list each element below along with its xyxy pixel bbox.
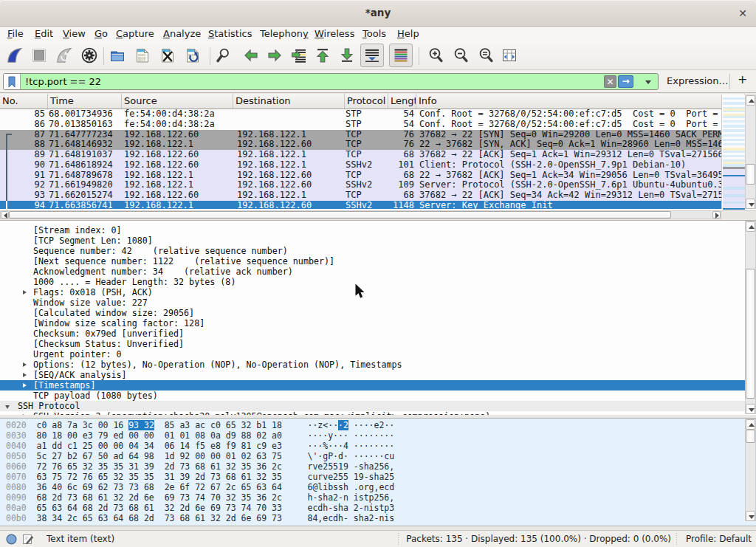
hex-row-0050[interactable]: 0050 5c 27 b2 67 50 ad 64 98 1d 92 00 00… xyxy=(6,451,394,461)
packet-row-85[interactable]: 8568.001734936fe:54:00:d4:38:2aSTP54Conf… xyxy=(0,109,721,120)
detail-row[interactable]: [Timestamps] xyxy=(0,380,745,391)
zoom-out-button[interactable] xyxy=(452,47,470,64)
menu-view[interactable]: View xyxy=(56,27,92,41)
packet-list-scrollbar-up-button[interactable] xyxy=(746,95,755,106)
column-header-no[interactable]: No. xyxy=(0,94,48,109)
packet-row-91[interactable]: 9171.648789678192.168.122.1192.168.122.6… xyxy=(0,171,721,181)
expand-icon[interactable] xyxy=(23,373,27,377)
menu-tools[interactable]: Tools xyxy=(356,27,393,41)
display-filter-field[interactable]: !tcp.port == 22 ✕ → xyxy=(3,73,659,90)
detail-row[interactable]: Sequence number: 42 (relative sequence n… xyxy=(0,246,745,256)
packet-list-hscrollbar[interactable] xyxy=(0,210,721,219)
detail-row[interactable]: [Calculated window size: 29056] xyxy=(0,308,745,318)
hex-scrollbar-thumb[interactable] xyxy=(746,430,755,443)
zoom-normal-button[interactable] xyxy=(477,47,495,64)
menu-capture[interactable]: Capture xyxy=(109,27,161,41)
hex-scrollbar[interactable] xyxy=(745,419,756,521)
hex-row-00a0[interactable]: 00a0 65 63 64 68 2d 73 68 61 32 2d 6e 69… xyxy=(6,503,394,513)
column-header-time[interactable]: Time xyxy=(48,94,122,109)
go-back-button[interactable] xyxy=(242,47,260,64)
menu-telephony[interactable]: Telephony xyxy=(253,27,315,41)
packet-row-89[interactable]: 8971.648191037192.168.122.60192.168.122.… xyxy=(0,150,721,160)
detail-row[interactable]: [TCP Segment Len: 1080] xyxy=(0,235,745,246)
packet-row-94[interactable]: 9471.663856741192.168.122.1192.168.122.6… xyxy=(0,201,721,209)
column-header-source[interactable]: Source xyxy=(122,94,233,109)
go-first-button[interactable] xyxy=(314,47,331,64)
menu-file[interactable]: File xyxy=(1,27,30,41)
detail-row[interactable]: Urgent pointer: 0 xyxy=(0,349,745,359)
expand-icon[interactable] xyxy=(23,290,27,295)
reload-file-button[interactable]: 0101011 xyxy=(184,47,202,64)
detail-row[interactable]: [Stream index: 0] xyxy=(0,225,745,235)
auto-scroll-button[interactable] xyxy=(363,47,381,64)
detail-row[interactable]: [Next sequence number: 1122 (relative se… xyxy=(0,256,745,266)
filter-input[interactable]: !tcp.port == 22 xyxy=(25,76,101,87)
close-icon[interactable]: ✕ xyxy=(735,6,750,21)
start-capture-button[interactable] xyxy=(6,47,24,64)
detail-scrollbar-up-button[interactable] xyxy=(746,221,755,232)
hex-row-0060[interactable]: 0060 72 76 65 32 35 35 31 39 2d 73 68 61… xyxy=(6,461,394,472)
capture-comment-icon[interactable] xyxy=(22,533,34,545)
go-to-packet-button[interactable] xyxy=(290,47,308,64)
detail-row[interactable]: [Window size scaling factor: 128] xyxy=(0,318,745,328)
detail-row[interactable]: Options: (12 bytes), No-Operation (NOP),… xyxy=(0,359,745,370)
packet-row-90[interactable]: 9071.648618924192.168.122.60192.168.122.… xyxy=(0,160,721,171)
packet-row-92[interactable]: 9271.661949820192.168.122.1192.168.122.6… xyxy=(0,180,721,190)
menu-analyze[interactable]: Analyze xyxy=(157,27,207,41)
detail-row[interactable]: [Checksum Status: Unverified] xyxy=(0,339,745,349)
menu-help[interactable]: Help xyxy=(391,27,426,41)
hscroll-thumb[interactable] xyxy=(9,211,671,219)
add-filter-button[interactable]: + xyxy=(738,72,747,86)
detail-row[interactable]: 1000 .... = Header Length: 32 bytes (8) xyxy=(0,277,745,287)
close-file-button[interactable] xyxy=(159,47,176,64)
detail-row[interactable]: TCP payload (1080 bytes) xyxy=(0,391,745,401)
find-packet-button[interactable] xyxy=(214,47,232,64)
filter-apply-icon[interactable]: → xyxy=(618,75,633,88)
restart-capture-button[interactable] xyxy=(55,47,73,64)
hex-row-00b0[interactable]: 00b0 38 34 2c 65 63 64 68 2d 73 68 61 32… xyxy=(6,513,394,523)
menu-statistics[interactable]: Statistics xyxy=(202,27,258,41)
detail-row[interactable]: Acknowledgment number: 34 (relative ack … xyxy=(0,266,745,277)
detail-scrollbar[interactable] xyxy=(745,221,756,414)
menu-wireless[interactable]: Wireless xyxy=(308,27,361,41)
packet-row-87[interactable]: 8771.647777234192.168.122.60192.168.122.… xyxy=(0,130,721,140)
hex-scrollbar-down-button[interactable] xyxy=(746,511,755,521)
stop-capture-button[interactable] xyxy=(30,47,48,64)
filter-bookmark-button[interactable] xyxy=(4,74,21,89)
packet-row-86[interactable]: 8670.013850163fe:54:00:d4:38:2aSTP54Conf… xyxy=(0,120,721,130)
detail-row[interactable]: Flags: 0x018 (PSH, ACK) xyxy=(0,287,745,297)
zoom-in-button[interactable] xyxy=(427,47,444,64)
collapse-icon[interactable] xyxy=(5,405,10,409)
expand-icon[interactable] xyxy=(23,362,27,367)
capture-options-button[interactable] xyxy=(80,47,98,64)
packet-list-minimap[interactable] xyxy=(721,94,745,209)
packet-row-88[interactable]: 8871.648146932192.168.122.1192.168.122.6… xyxy=(0,140,721,150)
hex-row-0090[interactable]: 0090 68 2d 73 68 61 32 2d 6e 69 73 74 70… xyxy=(6,492,394,503)
hex-row-0080[interactable]: 0080 36 40 6c 69 62 73 73 68 2e 6f 72 67… xyxy=(6,482,394,492)
expand-icon[interactable] xyxy=(23,383,27,388)
hex-row-0070[interactable]: 0070 63 75 72 76 65 32 35 35 31 39 2d 73… xyxy=(6,472,394,482)
expression-button[interactable]: Expression… xyxy=(667,75,729,86)
hex-row-0030[interactable]: 0030 80 18 00 e3 79 ed 00 00 01 01 08 0a… xyxy=(6,430,394,441)
hscroll-left-button[interactable] xyxy=(1,211,9,219)
hscroll-right-button[interactable] xyxy=(712,211,721,219)
filter-clear-icon[interactable]: ✕ xyxy=(604,75,616,88)
save-file-button[interactable]: 010101100111 xyxy=(134,47,151,64)
detail-row[interactable]: Checksum: 0x79ed [unverified] xyxy=(0,328,745,339)
filter-dropdown-icon[interactable] xyxy=(645,80,651,84)
detail-row[interactable]: SSH Protocol xyxy=(0,401,745,411)
status-profile[interactable]: Profile: Default xyxy=(686,534,752,544)
menu-edit[interactable]: Edit xyxy=(28,27,60,41)
hex-scrollbar-up-button[interactable] xyxy=(746,419,755,430)
go-forward-button[interactable] xyxy=(266,47,284,64)
detail-row[interactable]: [SEQ/ACK analysis] xyxy=(0,370,745,380)
detail-scrollbar-thumb[interactable] xyxy=(746,269,755,399)
open-file-button[interactable] xyxy=(109,47,126,64)
packet-list-scrollbar-down-button[interactable] xyxy=(746,199,755,209)
packet-list-scrollbar-thumb[interactable] xyxy=(746,164,755,185)
titlebar[interactable]: *any ✕ xyxy=(0,0,756,27)
colorize-button[interactable] xyxy=(392,47,410,64)
column-header-length[interactable]: Length xyxy=(388,94,416,109)
detail-scrollbar-down-button[interactable] xyxy=(746,404,755,414)
expert-info-icon[interactable] xyxy=(6,534,17,545)
